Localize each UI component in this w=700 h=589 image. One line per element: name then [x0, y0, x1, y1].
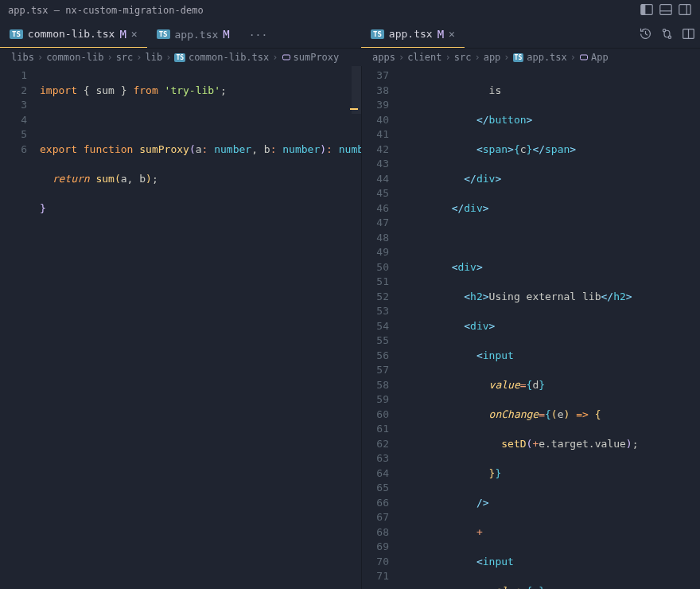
window-title: app.tsx — nx-custom-migration-demo: [8, 5, 204, 16]
tab-label: app.tsx: [175, 29, 219, 41]
svg-rect-5: [679, 4, 690, 14]
tab-modified-indicator: M: [223, 28, 229, 41]
tab-modified-indicator: M: [119, 28, 126, 41]
editor-right[interactable]: 3738394041424344454647484950515253545556…: [362, 66, 700, 589]
svg-point-7: [663, 29, 665, 31]
layout-sidebar-right-icon[interactable]: [678, 2, 692, 19]
code-area[interactable]: is </button> <span>{c}</span> </div> </d…: [402, 66, 700, 589]
code-area[interactable]: import { sum } from 'try-lib'; export fu…: [40, 66, 361, 589]
layout-panel-icon[interactable]: [659, 2, 673, 19]
svg-rect-2: [641, 4, 645, 14]
tab-label: common-lib.tsx: [28, 28, 115, 40]
close-icon[interactable]: ✕: [449, 28, 455, 40]
breadcrumb-right[interactable]: apps› client› src› app› TSapp.tsx› App: [361, 49, 700, 66]
svg-rect-12: [581, 55, 588, 60]
editor-left[interactable]: 123456 import { sum } from 'try-lib'; ex…: [0, 66, 361, 589]
tab-app-right[interactable]: TS app.tsx M ✕: [361, 21, 465, 48]
svg-rect-3: [660, 4, 671, 14]
scrollbar[interactable]: [352, 66, 361, 114]
typescript-icon: TS: [157, 29, 170, 39]
typescript-icon: TS: [371, 29, 384, 39]
split-editor-icon[interactable]: [682, 27, 695, 43]
svg-rect-11: [282, 55, 290, 60]
svg-point-8: [668, 36, 671, 38]
layout-sidebar-left-icon[interactable]: [640, 2, 654, 19]
tab-app-left[interactable]: TS app.tsx M: [147, 21, 239, 48]
diff-icon[interactable]: [660, 27, 674, 43]
gutter: 3738394041424344454647484950515253545556…: [362, 66, 402, 589]
gutter: 123456: [0, 66, 40, 589]
history-icon[interactable]: [639, 27, 652, 43]
breadcrumb-left[interactable]: libs› common-lib› src› lib› TScommon-lib…: [0, 49, 361, 66]
close-icon[interactable]: ✕: [131, 28, 138, 40]
typescript-icon: TS: [10, 29, 23, 39]
tabs-row: TS common-lib.tsx M ✕ TS app.tsx M ··· T…: [0, 21, 700, 49]
title-bar: app.tsx — nx-custom-migration-demo: [0, 0, 700, 21]
tab-common-lib[interactable]: TS common-lib.tsx M ✕: [0, 21, 147, 48]
tabs-overflow-icon[interactable]: ···: [239, 21, 277, 48]
tab-modified-indicator: M: [438, 28, 444, 41]
tab-label: app.tsx: [389, 28, 433, 40]
